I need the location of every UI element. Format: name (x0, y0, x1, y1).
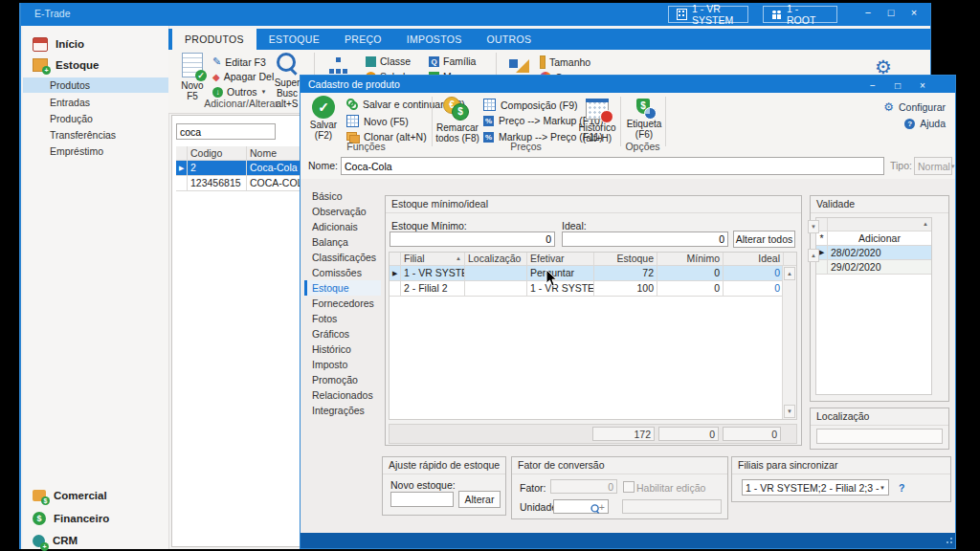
window-minimize-button[interactable]: − (859, 7, 877, 18)
product-search-input[interactable] (176, 123, 276, 140)
remarcar-todos-button[interactable]: €$ Remarcar todos (F8) (435, 97, 479, 143)
codigo-header[interactable]: Codigo (188, 146, 247, 161)
etiqueta-button[interactable]: $ Etiqueta (F6) (623, 97, 665, 140)
filial-header[interactable]: Filial▲ (401, 253, 465, 266)
sidebar-item-emprestimo[interactable]: Empréstimo (23, 143, 168, 159)
tab-outros[interactable]: OUTROS (474, 29, 544, 50)
stock-row-selected[interactable]: ▶ 1 - VR SYSTEM Perguntar 72 0 0 (390, 266, 796, 281)
nav-promocao[interactable]: Promoção (304, 372, 381, 387)
editar-button[interactable]: ✎ Editar F3 (212, 55, 266, 68)
sidebar-item-crm[interactable]: + CRM (33, 531, 78, 550)
nav-comissoes[interactable]: Comissões (304, 265, 381, 280)
composicao-button[interactable]: Composição (F9) (483, 99, 578, 111)
filiais-help-icon[interactable]: ? (899, 482, 904, 494)
estoque-minimo-input[interactable] (390, 231, 555, 247)
nome-input[interactable] (341, 157, 884, 175)
habilitar-edicao-checkbox[interactable] (623, 481, 635, 493)
etiqueta-key: (F6) (635, 130, 653, 141)
alterar-button[interactable]: Alterar (458, 491, 501, 508)
validade-new-row[interactable]: * Adicionar (816, 231, 931, 246)
configurar-label: Configurar (899, 101, 946, 113)
familia-button[interactable]: Q Família (429, 55, 476, 67)
tab-estoque[interactable]: ESTOQUE (256, 29, 332, 50)
validade-row[interactable]: 29/02/2020 (816, 260, 931, 275)
resize-grip[interactable] (945, 538, 952, 545)
efetivar-cell[interactable]: 1 - VR SYSTEM (527, 281, 594, 297)
nav-integracoes[interactable]: Integrações (304, 403, 381, 418)
nav-observacao[interactable]: Observação (304, 204, 381, 219)
minimo-header[interactable]: Mínimo (657, 253, 724, 266)
ideal-header[interactable]: Ideal (724, 253, 784, 266)
apagar-button[interactable]: ◆ Apagar Del (212, 71, 274, 82)
unidade-input[interactable]: + (553, 499, 609, 514)
localizacao-input[interactable] (816, 429, 943, 444)
nav-classificacoes[interactable]: Classificações (304, 250, 381, 265)
mouse-cursor (546, 269, 559, 288)
sidebar-item-financeiro[interactable]: $ Financeiro (33, 509, 109, 528)
nav-imposto[interactable]: Imposto (304, 357, 381, 372)
tab-produtos[interactable]: PRODUTOS (172, 29, 256, 50)
sidebar-item-entradas[interactable]: Entradas (23, 95, 168, 110)
sidebar-item-producao[interactable]: Produção (23, 111, 168, 126)
nome-header[interactable]: Nome (247, 146, 306, 161)
add-icon[interactable]: + (599, 501, 605, 513)
scroll-up-icon[interactable]: ▲ (808, 249, 819, 262)
validade-row-selected[interactable]: ▶ 28/02/2020 (816, 246, 931, 260)
outros-dropdown-button[interactable]: ↓ Outros ▼ (212, 86, 266, 98)
classe-icon (366, 56, 376, 67)
nav-graficos[interactable]: Gráficos (304, 326, 381, 342)
adicionar-cell[interactable]: Adicionar (828, 231, 931, 246)
estoque-header[interactable]: Estoque (594, 253, 657, 266)
nav-basico[interactable]: Básico (304, 188, 381, 204)
minimo-cell: 0 (657, 266, 724, 281)
novo-button[interactable]: ✓ Novo F5 (176, 53, 209, 101)
stock-grid-scrollbar[interactable]: ▲ ▼ (782, 266, 796, 419)
efetivar-header[interactable]: Efetivar (527, 253, 594, 266)
ideal-label: Ideal: (562, 220, 587, 231)
ajuda-button[interactable]: ? Ajuda (904, 118, 946, 129)
new-document-icon: ✓ (182, 53, 203, 77)
efetivar-cell[interactable]: Perguntar (527, 266, 594, 281)
stock-row[interactable]: 2 - Filial 2 1 - VR SYSTEM 100 0 0 (390, 281, 796, 297)
nav-adicionais[interactable]: Adicionais (304, 219, 381, 234)
novo-dialog-button[interactable]: Novo (F5) (346, 115, 409, 127)
salvar-button[interactable]: ✓ Salvar (F2) (305, 96, 342, 141)
nav-estoque[interactable]: Estoque (304, 280, 381, 296)
novo-estoque-input[interactable] (390, 492, 454, 507)
product-row[interactable]: 123456815 COCA-COLA (176, 176, 306, 191)
nav-fornecedores[interactable]: Fornecedores (304, 296, 381, 311)
sidebar-item-estoque[interactable]: + Estoque (33, 55, 99, 75)
scroll-up-icon[interactable]: ▲ (784, 267, 795, 280)
window-close-button[interactable]: × (905, 7, 923, 18)
historico-button[interactable]: Histórico (alt+H) (578, 99, 616, 143)
sidebar-item-comercial[interactable]: $ Comercial (33, 486, 107, 505)
ribbon-group1-label: Adicionar/Alterar (176, 98, 306, 109)
alterar-todos-button[interactable]: Alterar todos (733, 231, 795, 248)
classe-button[interactable]: Classe (366, 55, 411, 67)
scroll-down-icon[interactable]: ▼ (808, 220, 819, 233)
familia-icon: Q (429, 56, 439, 67)
nav-fotos[interactable]: Fotos (304, 311, 381, 326)
sidebar-item-produtos[interactable]: Produtos (23, 77, 168, 93)
filiais-select[interactable]: 1 - VR SYSTEM;2 - Filial 2;3 - Filial 3 … (742, 479, 889, 496)
user-button[interactable]: 1 - ROOT (763, 6, 837, 23)
precos-group-label: Preços (432, 141, 620, 152)
nav-relacionados[interactable]: Relacionados (304, 387, 381, 403)
gear-icon: ⚙ (883, 100, 894, 114)
validade-date-header[interactable]: ▲ (828, 218, 931, 231)
tab-impostos[interactable]: IMPOSTOS (394, 29, 475, 50)
tamanho-button[interactable]: Tamanho (540, 55, 590, 69)
sidebar-item-inicio[interactable]: Início (33, 34, 84, 54)
nav-balanca[interactable]: Balança (304, 234, 381, 250)
product-row-selected[interactable]: ▶ 2 Coca-Cola (176, 161, 306, 176)
configurar-button[interactable]: ⚙ Configurar (883, 100, 946, 114)
tipo-select[interactable]: Normal ▼ (914, 157, 952, 175)
tab-preco[interactable]: PREÇO (332, 29, 394, 50)
scroll-down-icon[interactable]: ▼ (784, 405, 795, 418)
nav-historico[interactable]: Histórico (304, 342, 381, 357)
ideal-input[interactable] (562, 231, 728, 247)
window-maximize-button[interactable]: □ (882, 7, 900, 18)
localizacao-header[interactable]: Localização (465, 253, 527, 266)
sidebar-item-transferencias[interactable]: Transferências (23, 127, 168, 143)
branch-button[interactable]: 1 - VR SYSTEM (668, 6, 748, 23)
